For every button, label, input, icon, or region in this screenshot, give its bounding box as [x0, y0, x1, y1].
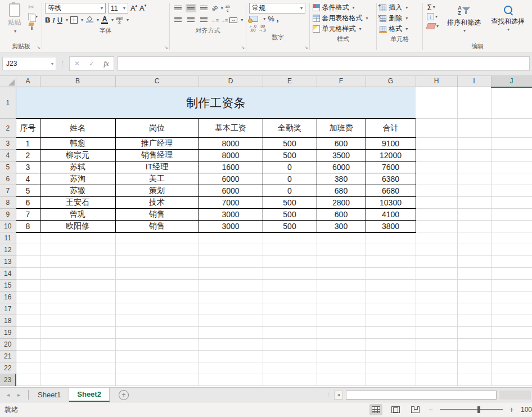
phonetic-guide-button[interactable]: wén文 [116, 16, 123, 24]
decrease-decimal-button[interactable]: .00→.0 [259, 24, 266, 32]
empty-cell[interactable] [416, 150, 457, 162]
table-cell[interactable]: 1600 [199, 162, 263, 173]
dialog-launcher-icon[interactable]: ↘ [241, 46, 245, 50]
empty-cell[interactable] [366, 292, 416, 303]
empty-cell[interactable] [115, 339, 199, 351]
empty-cell[interactable] [199, 362, 263, 374]
sort-filter-button[interactable]: AZ 排序和筛选 ▾ [442, 2, 486, 42]
page-break-view-button[interactable] [409, 404, 422, 415]
empty-cell[interactable] [263, 244, 317, 256]
empty-cell[interactable] [416, 232, 457, 244]
empty-cell[interactable] [115, 244, 199, 256]
empty-cell[interactable] [366, 374, 416, 386]
empty-cell[interactable] [317, 351, 366, 362]
empty-cell[interactable] [416, 87, 457, 119]
cancel-icon[interactable]: ✕ [74, 60, 80, 68]
table-cell[interactable]: 6000 [317, 162, 366, 173]
empty-cell[interactable] [491, 351, 532, 362]
table-cell[interactable]: 销售经理 [115, 150, 199, 162]
new-sheet-button[interactable]: + [119, 390, 129, 400]
number-format-select[interactable]: 常规▾ [249, 3, 305, 14]
paste-button[interactable]: 粘贴 ▾ [3, 2, 26, 42]
empty-cell[interactable] [366, 244, 416, 256]
row-header-16[interactable]: 16 [0, 292, 16, 303]
sheet-title-cell[interactable]: 制作工资条 [16, 87, 416, 119]
scrollbar-track[interactable] [499, 391, 531, 400]
empty-cell[interactable] [491, 339, 532, 351]
fill-color-button[interactable] [85, 17, 93, 23]
table-cell[interactable]: 2 [16, 150, 40, 162]
column-header-D[interactable]: D [199, 76, 263, 87]
empty-cell[interactable] [16, 327, 40, 339]
table-cell[interactable]: 6000 [199, 173, 263, 185]
table-header-cell[interactable]: 姓名 [40, 119, 115, 138]
select-all-corner[interactable] [0, 76, 16, 87]
decrease-indent-button[interactable]: ←≡ [211, 17, 218, 23]
row-header-12[interactable]: 12 [0, 244, 16, 256]
empty-cell[interactable] [416, 339, 457, 351]
increase-decimal-button[interactable]: ←.0.00 [249, 24, 256, 32]
row-header-8[interactable]: 8 [0, 197, 16, 209]
table-cell[interactable]: 3500 [317, 150, 366, 162]
chevron-down-icon[interactable]: ▾ [81, 17, 83, 23]
row-header-5[interactable]: 5 [0, 162, 16, 173]
empty-cell[interactable] [366, 268, 416, 280]
increase-indent-button[interactable]: →≡ [220, 17, 227, 23]
find-select-button[interactable]: 查找和选择 ▾ [486, 2, 530, 42]
clear-button[interactable]: ▾ [426, 21, 440, 31]
empty-cell[interactable] [416, 221, 457, 232]
percent-style-button[interactable]: % [268, 15, 274, 23]
row-header-9[interactable]: 9 [0, 209, 16, 221]
table-cell[interactable]: 9100 [366, 138, 416, 150]
table-cell[interactable]: 6380 [366, 173, 416, 185]
formula-input[interactable] [118, 56, 530, 71]
empty-cell[interactable] [263, 303, 317, 315]
zoom-in-button[interactable]: + [510, 405, 514, 414]
empty-cell[interactable] [491, 173, 532, 185]
empty-cell[interactable] [491, 374, 532, 386]
table-cell[interactable]: 苏辙 [40, 185, 115, 197]
empty-cell[interactable] [16, 292, 40, 303]
table-cell[interactable]: 500 [263, 221, 317, 232]
table-cell[interactable]: 王安石 [40, 197, 115, 209]
insert-cells-button[interactable]: + 插入 ▾ [380, 2, 420, 13]
spreadsheet-grid[interactable]: ABCDEFGHIJ1制作工资条2序号姓名岗位基本工资全勤奖加班费合计31韩愈推… [0, 76, 532, 388]
empty-cell[interactable] [317, 315, 366, 327]
dialog-launcher-icon[interactable]: ↘ [304, 46, 308, 50]
empty-cell[interactable] [457, 150, 491, 162]
sheet-tab-sheet1[interactable]: Sheet1 [30, 388, 69, 402]
dialog-launcher-icon[interactable]: ↘ [37, 46, 40, 50]
row-header-17[interactable]: 17 [0, 303, 16, 315]
table-cell[interactable]: 6 [16, 197, 40, 209]
sheet-tab-sheet2[interactable]: Sheet2 [69, 388, 110, 402]
empty-cell[interactable] [457, 339, 491, 351]
row-header-18[interactable]: 18 [0, 315, 16, 327]
empty-cell[interactable] [457, 327, 491, 339]
format-painter-button[interactable] [27, 21, 39, 31]
table-cell[interactable]: 3 [16, 162, 40, 173]
chevron-down-icon[interactable]: ▾ [241, 17, 243, 23]
empty-cell[interactable] [40, 351, 115, 362]
column-header-B[interactable]: B [40, 76, 115, 87]
empty-cell[interactable] [491, 303, 532, 315]
empty-cell[interactable] [416, 197, 457, 209]
empty-cell[interactable] [263, 351, 317, 362]
merge-center-button[interactable]: ↔ [229, 17, 237, 23]
empty-cell[interactable] [457, 351, 491, 362]
format-as-table-button[interactable]: 套用表格格式 ▾ [313, 13, 374, 24]
empty-cell[interactable] [40, 303, 115, 315]
chevron-down-icon[interactable]: ▾ [97, 17, 99, 23]
empty-cell[interactable] [416, 138, 457, 150]
grow-font-button[interactable]: A▴ [130, 4, 137, 12]
table-cell[interactable]: 6680 [366, 185, 416, 197]
align-top-button[interactable] [173, 4, 183, 12]
zoom-slider-thumb[interactable] [477, 406, 480, 413]
dialog-launcher-icon[interactable]: ↘ [164, 46, 168, 50]
table-cell[interactable]: 10300 [366, 197, 416, 209]
empty-cell[interactable] [491, 268, 532, 280]
table-cell[interactable]: 3800 [366, 221, 416, 232]
empty-cell[interactable] [317, 268, 366, 280]
empty-cell[interactable] [366, 351, 416, 362]
empty-cell[interactable] [457, 374, 491, 386]
empty-cell[interactable] [317, 292, 366, 303]
